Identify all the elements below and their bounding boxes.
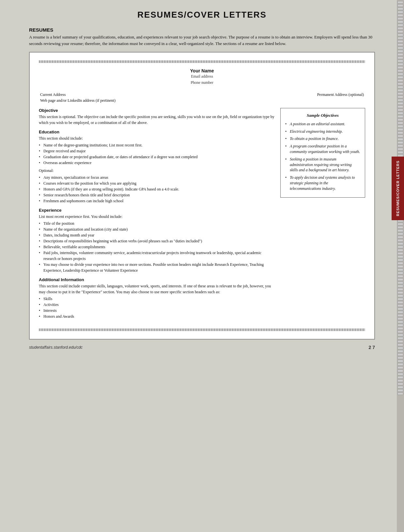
list-item: Degree received and major (39, 148, 274, 154)
objective-item: Electrical engineering internship. (285, 129, 360, 134)
resume-box: Your Name Email address Phone number Cur… (29, 52, 375, 340)
resume-header: Your Name Email address Phone number (39, 68, 365, 86)
bottom-border-decoration (39, 328, 365, 331)
page-wrapper: RESUMES/COVER LETTERS RESUMES/COVER LETT… (0, 0, 404, 532)
current-address: Current Address Web page and/or LinkedIn… (40, 92, 116, 103)
resumes-heading: RESUMES (29, 27, 375, 33)
experience-intro: List most recent experience first. You s… (39, 214, 274, 220)
education-intro: This section should include: (39, 135, 274, 141)
page-title: RESUMES/COVER LETTERS (29, 10, 375, 20)
list-item: Name of the organization and location (c… (39, 226, 274, 232)
list-item: Courses relevant to the position for whi… (39, 180, 274, 186)
right-column: Sample Objectives A position as an edito… (280, 108, 365, 197)
list-item: Paid jobs, internships, volunteer commun… (39, 250, 274, 262)
intro-text: A resume is a brief summary of your qual… (29, 34, 375, 47)
objectives-box: Sample Objectives A position as an edito… (280, 108, 365, 197)
additional-text: This section could include computer skil… (39, 283, 274, 295)
list-item: Title of the position (39, 220, 274, 226)
current-address-line1: Current Address (40, 92, 116, 98)
resume-email: Email address (39, 73, 365, 80)
list-item: Interests (39, 308, 274, 313)
experience-section: Experience List most recent experience f… (39, 208, 274, 273)
permanent-address: Permanent Address (optional) (317, 92, 364, 103)
two-col-layout: Objective This section is optional. The … (39, 108, 365, 323)
left-column: Objective This section is optional. The … (39, 108, 274, 323)
resume-name: Your Name (39, 68, 365, 73)
top-border-decoration (39, 60, 365, 63)
experience-list: Title of the position Name of the organi… (39, 220, 274, 273)
list-item: Overseas academic experience (39, 160, 274, 166)
list-item: Believable, verifiable accomplishments (39, 244, 274, 250)
objectives-list: A position as an editorial assistant. El… (285, 121, 360, 191)
education-list: Name of the degree-granting institutions… (39, 142, 274, 166)
objective-item: Seeking a position in museum administrat… (285, 157, 360, 173)
list-item: Dates, including month and year (39, 232, 274, 238)
address-row: Current Address Web page and/or LinkedIn… (39, 92, 365, 103)
objective-item: A position as an editorial assistant. (285, 121, 360, 127)
footer-url: studentaffairs.stanford.edu/cdc (29, 345, 83, 350)
list-item: You may choose to divide your experience… (39, 262, 274, 273)
list-item: Name of the degree-granting institutions… (39, 142, 274, 148)
additional-section: Additional Information This section coul… (39, 277, 274, 319)
list-item: Any minors, specialization or focus area… (39, 175, 274, 180)
objective-text: This section is optional. The objective … (39, 114, 274, 126)
objective-item: To apply decision and systems analysis t… (285, 175, 360, 191)
current-address-line2: Web page and/or LinkedIn address (if per… (40, 98, 116, 103)
optional-label: Optional: (39, 168, 274, 174)
additional-title: Additional Information (39, 277, 274, 282)
objective-section: Objective This section is optional. The … (39, 108, 274, 126)
objectives-title: Sample Objectives (285, 112, 360, 119)
list-item: Freshmen and sophomores can include high… (39, 198, 274, 204)
list-item: Senior research/honors thesis title and … (39, 192, 274, 198)
page-footer: studentaffairs.stanford.edu/cdc 2 7 (29, 345, 375, 350)
objective-item: A program coordinator position in a comm… (285, 144, 360, 155)
intro-section: RESUMES A resume is a brief summary of y… (29, 27, 375, 47)
list-item: Activities (39, 302, 274, 308)
experience-title: Experience (39, 208, 274, 213)
objective-item: To obtain a position in finance. (285, 136, 360, 142)
list-item: Honors and Awards (39, 313, 274, 319)
list-item: Graduation date or projected graduation … (39, 154, 274, 160)
right-scrollbar (397, 0, 404, 532)
resume-phone: Phone number (39, 80, 365, 86)
education-section: Education This section should include: N… (39, 129, 274, 204)
footer-page: 2 7 (369, 345, 375, 350)
education-title: Education (39, 129, 274, 134)
list-item: Honors and GPA (if they are a strong sel… (39, 186, 274, 192)
education-optional-list: Any minors, specialization or focus area… (39, 175, 274, 204)
main-content: RESUMES/COVER LETTERS RESUMES A resume i… (29, 10, 375, 350)
list-item: Skills (39, 296, 274, 302)
list-item: Descriptions of responsibilities beginni… (39, 238, 274, 244)
objective-title: Objective (39, 108, 274, 113)
side-tab-label: RESUMES/COVER LETTERS (396, 160, 400, 216)
side-tab: RESUMES/COVER LETTERS (392, 157, 404, 220)
additional-list: Skills Activities Interests Honors and A… (39, 296, 274, 319)
